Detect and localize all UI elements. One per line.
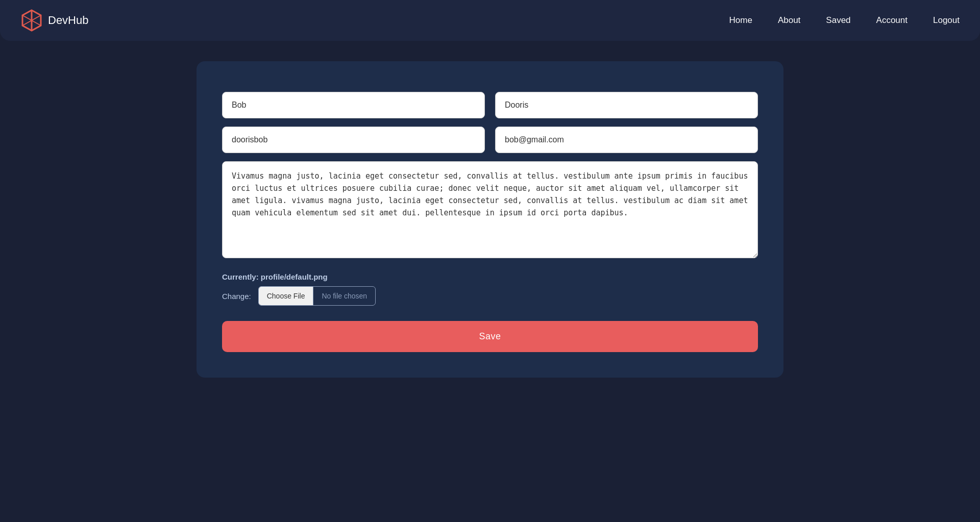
current-file: profile/default.png: [261, 272, 328, 281]
choose-file-button[interactable]: Choose File: [259, 287, 314, 305]
logo-icon: [20, 9, 43, 32]
file-input-wrapper[interactable]: Choose File No file chosen: [258, 286, 376, 306]
nav-about[interactable]: About: [778, 15, 800, 26]
nav-links: Home About Saved Account Logout: [729, 15, 960, 26]
last-name-input[interactable]: [495, 92, 758, 118]
brand-name: DevHub: [48, 14, 88, 27]
main-content: Vivamus magna justo, lacinia eget consec…: [0, 41, 980, 398]
username-input[interactable]: [222, 127, 485, 153]
form-card: Vivamus magna justo, lacinia eget consec…: [197, 61, 783, 378]
currently-label: Currently: profile/default.png: [222, 272, 758, 281]
change-label: Change:: [222, 292, 251, 301]
navbar: DevHub Home About Saved Account Logout: [0, 0, 980, 41]
nav-account[interactable]: Account: [876, 15, 908, 26]
username-email-row: [222, 127, 758, 153]
currently-text: Currently:: [222, 272, 259, 281]
nav-saved[interactable]: Saved: [826, 15, 850, 26]
nav-home[interactable]: Home: [729, 15, 752, 26]
name-row: [222, 92, 758, 118]
bio-textarea[interactable]: Vivamus magna justo, lacinia eget consec…: [222, 161, 758, 258]
save-button[interactable]: Save: [222, 321, 758, 352]
first-name-input[interactable]: [222, 92, 485, 118]
no-file-label: No file chosen: [313, 287, 375, 305]
change-row: Change: Choose File No file chosen: [222, 286, 758, 306]
brand-link[interactable]: DevHub: [20, 9, 88, 32]
email-input[interactable]: [495, 127, 758, 153]
nav-logout[interactable]: Logout: [933, 15, 960, 26]
